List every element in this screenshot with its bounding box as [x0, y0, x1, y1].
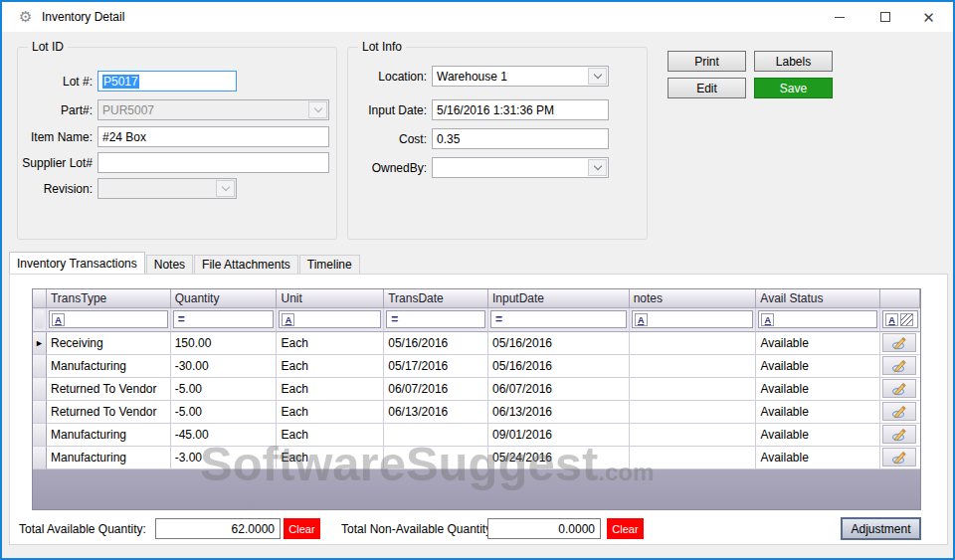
column-header-avail-status[interactable]: Avail Status — [756, 289, 880, 308]
supplier-lot-input[interactable] — [97, 152, 329, 173]
location-dropdown-button[interactable] — [588, 68, 607, 85]
print-button[interactable]: Print — [668, 51, 746, 72]
cell-trans-type: Returned To Vendor — [47, 401, 171, 424]
edit-row-button[interactable] — [882, 425, 916, 444]
lot-number-selected-text: P5017 — [102, 75, 139, 89]
current-row-arrow-icon: ► — [35, 338, 44, 348]
row-selector[interactable]: ► — [33, 378, 47, 401]
ownedby-combobox[interactable] — [432, 157, 609, 178]
cell-edit — [880, 424, 920, 447]
table-row[interactable]: ► Manufacturing -3.00 Each 05/24/2016 Av… — [33, 447, 920, 469]
cell-notes — [630, 447, 757, 469]
cell-notes — [630, 401, 757, 424]
row-selector[interactable]: ► — [33, 355, 47, 378]
row-selector[interactable]: ► — [33, 424, 47, 447]
clear-available-button[interactable]: Clear — [284, 518, 320, 539]
cell-input-date: 06/13/2016 — [488, 401, 630, 424]
location-value: Warehouse 1 — [437, 70, 586, 84]
revision-combobox[interactable] — [97, 178, 237, 199]
tab-file-attachments[interactable]: File Attachments — [194, 255, 298, 274]
filter-cell-notes[interactable]: A — [630, 308, 757, 332]
close-button[interactable]: ✕ — [906, 2, 951, 32]
filter-cell-inputdate[interactable]: = — [488, 308, 630, 332]
filter-cell-transdate[interactable]: = — [384, 308, 488, 332]
column-header-edit[interactable] — [880, 289, 920, 308]
maximize-icon — [880, 12, 890, 22]
cell-input-date: 09/01/2016 — [488, 424, 630, 447]
adjustment-button[interactable]: Adjustment — [841, 517, 921, 540]
cell-notes — [630, 424, 757, 447]
part-number-combobox[interactable]: PUR5007 — [97, 99, 329, 120]
lot-number-input[interactable]: P5017 — [97, 71, 237, 92]
edit-button[interactable]: Edit — [668, 78, 746, 98]
grid-filter-row: A=A==AAA — [33, 308, 920, 332]
column-header-notes[interactable]: notes — [630, 289, 757, 308]
chevron-down-icon — [593, 71, 601, 79]
table-row[interactable]: ► Returned To Vendor -5.00 Each 06/07/20… — [33, 378, 920, 401]
ownedby-dropdown-button[interactable] — [588, 159, 607, 176]
chevron-down-icon — [593, 162, 601, 170]
cell-trans-type: Returned To Vendor — [47, 378, 171, 401]
tab-inventory-transactions[interactable]: Inventory Transactions — [9, 252, 145, 274]
supplier-lot-label: Supplier Lot# — [17, 156, 93, 170]
window-title: Inventory Detail — [42, 10, 124, 24]
column-header-transtype[interactable]: TransType — [47, 289, 171, 308]
edit-row-button[interactable] — [882, 402, 916, 421]
cell-quantity: -5.00 — [171, 401, 278, 424]
location-label: Location: — [351, 70, 427, 84]
table-row[interactable]: ► Manufacturing -45.00 Each 09/01/2016 A… — [33, 424, 920, 447]
table-row[interactable]: ► Returned To Vendor -5.00 Each 06/13/20… — [33, 401, 920, 424]
edit-pencil-icon — [891, 381, 907, 396]
cell-trans-type: Manufacturing — [47, 447, 171, 469]
minimize-button[interactable] — [817, 2, 861, 32]
cell-avail-status: Available — [756, 355, 880, 378]
edit-row-button[interactable] — [882, 448, 916, 467]
edit-row-button[interactable] — [882, 333, 916, 352]
filter-cell-unit[interactable]: A — [277, 308, 384, 332]
edit-pencil-icon — [891, 427, 907, 442]
text-filter-icon: A — [761, 313, 774, 326]
text-filter-icon: A — [282, 313, 294, 326]
total-available-input[interactable] — [155, 518, 281, 539]
column-header-unit[interactable]: Unit — [277, 289, 384, 308]
tab-strip: Inventory TransactionsNotesFile Attachme… — [9, 253, 361, 274]
cell-avail-status: Available — [756, 424, 880, 447]
part-number-label: Part#: — [17, 103, 93, 117]
tab-timeline[interactable]: Timeline — [299, 255, 360, 274]
column-header-transdate[interactable]: TransDate — [384, 289, 488, 308]
ownedby-label: OwnedBy: — [351, 161, 427, 175]
chevron-down-icon — [221, 183, 229, 191]
edit-row-button[interactable] — [882, 379, 916, 398]
table-row[interactable]: ► Manufacturing -30.00 Each 05/17/2016 0… — [33, 355, 920, 378]
row-selector[interactable]: ► — [33, 332, 47, 355]
cell-avail-status: Available — [756, 447, 880, 469]
filter-cell-transtype[interactable]: A — [47, 308, 171, 332]
row-selector[interactable]: ► — [33, 447, 47, 469]
revision-dropdown-button[interactable] — [216, 180, 235, 197]
maximize-button[interactable] — [862, 2, 907, 32]
cell-trans-date: 06/13/2016 — [384, 401, 488, 424]
edit-row-button[interactable] — [882, 356, 916, 375]
gear-icon: ⚙ — [19, 9, 32, 25]
filter-cell-avail-status[interactable]: A — [756, 308, 880, 332]
part-number-dropdown-button[interactable] — [308, 101, 327, 118]
labels-button[interactable]: Labels — [754, 51, 833, 72]
column-header-quantity[interactable]: Quantity — [171, 289, 278, 308]
column-header-inputdate[interactable]: InputDate — [488, 289, 630, 308]
cost-input[interactable] — [432, 128, 609, 149]
total-non-available-input[interactable] — [487, 518, 601, 539]
clear-non-available-button[interactable]: Clear — [607, 518, 644, 539]
save-button[interactable]: Save — [754, 78, 833, 98]
tab-notes[interactable]: Notes — [146, 255, 193, 274]
row-selector[interactable]: ► — [33, 401, 47, 424]
input-date-input[interactable] — [432, 99, 609, 120]
filter-cell-quantity[interactable]: = — [171, 308, 278, 332]
edit-pencil-icon — [891, 358, 907, 373]
cell-notes — [630, 355, 757, 378]
cell-trans-date: 06/07/2016 — [384, 378, 488, 401]
location-combobox[interactable]: Warehouse 1 — [432, 66, 609, 87]
table-row[interactable]: ► Receiving 150.00 Each 05/16/2016 05/16… — [33, 332, 920, 355]
item-name-input[interactable] — [97, 126, 329, 147]
equals-filter-icon: = — [176, 312, 185, 326]
filter-cell-edit[interactable]: A — [880, 308, 920, 332]
